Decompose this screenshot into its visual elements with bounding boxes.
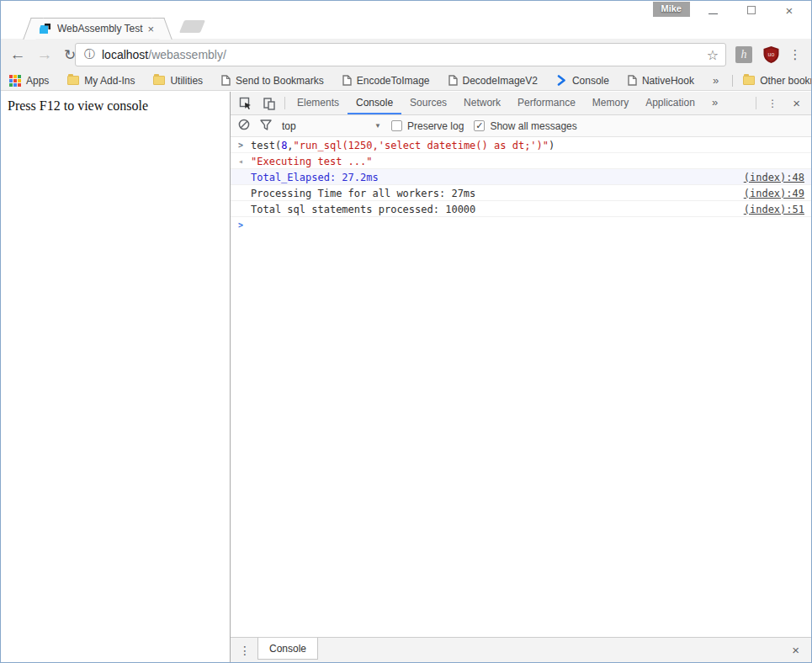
- other-bookmarks-label: Other bookmarks: [760, 75, 812, 87]
- titlebar: Mike ×: [1, 1, 811, 18]
- bookmarks-bar: Apps My Add-Ins Utilities Send to Bookma…: [1, 71, 811, 91]
- bookmark-utilities[interactable]: Utilities: [153, 75, 203, 87]
- console-command: test(8,"run_sql(1250,'select datetime() …: [251, 140, 555, 151]
- bookmark-decodeimagev2[interactable]: DecodeImageV2: [448, 75, 538, 87]
- bookmark-label: Utilities: [170, 75, 203, 87]
- bookmarks-right: » Other bookmarks: [713, 74, 812, 87]
- show-all-messages-checkbox[interactable]: ✓ Show all messages: [474, 120, 576, 132]
- show-all-messages-label: Show all messages: [490, 120, 576, 132]
- profile-badge[interactable]: Mike: [653, 2, 690, 17]
- console-log-row: Total_Elapsed: 27.2ms (index):48: [231, 169, 811, 185]
- drawer-close-icon[interactable]: ×: [787, 643, 804, 657]
- chevron-right-icon: [556, 75, 567, 86]
- page-icon: [221, 75, 231, 86]
- maximize-icon: [747, 6, 756, 14]
- nav-toolbar: ← → ↻ ⓘ localhost/webassembly/ ☆ h uo ⋮: [1, 39, 811, 71]
- filter-icon[interactable]: [260, 119, 272, 133]
- new-tab-button[interactable]: [179, 20, 205, 33]
- url-path: /webassembly/: [148, 48, 226, 61]
- tab-memory[interactable]: Memory: [584, 92, 637, 114]
- tab-console[interactable]: Console: [348, 92, 401, 114]
- apps-label: Apps: [26, 75, 49, 87]
- drawer-tab-console[interactable]: Console: [257, 638, 318, 660]
- url-host: localhost: [102, 48, 148, 61]
- apps-grid-icon: [9, 75, 21, 87]
- log-text: Total sql statements processed: 10000: [251, 204, 475, 215]
- bookmark-label: NativeHook: [642, 75, 694, 87]
- ublock-shield-icon[interactable]: uo: [762, 45, 780, 67]
- bookmark-send-to-bookmarks[interactable]: Send to Bookmarks: [221, 75, 324, 87]
- devtools-close-icon[interactable]: ×: [785, 92, 808, 114]
- tab-application[interactable]: Application: [637, 92, 703, 114]
- console-log-row: Total sql statements processed: 10000 (i…: [231, 201, 811, 217]
- url-text[interactable]: localhost/webassembly/: [102, 48, 226, 61]
- browser-menu-icon[interactable]: ⋮: [786, 39, 804, 71]
- bookmark-label: My Add-Ins: [84, 75, 135, 87]
- tab-close-icon[interactable]: ×: [146, 23, 156, 35]
- tab-sources[interactable]: Sources: [401, 92, 455, 114]
- source-link[interactable]: (index):48: [727, 172, 804, 183]
- checkbox-unchecked[interactable]: [391, 120, 402, 131]
- back-icon[interactable]: ←: [6, 39, 29, 71]
- console-prompt[interactable]: >: [231, 217, 811, 233]
- log-text: Total_Elapsed: 27.2ms: [251, 172, 379, 183]
- page-icon: [628, 75, 637, 86]
- bookmark-label: Send to Bookmarks: [236, 75, 324, 87]
- address-bar[interactable]: ⓘ localhost/webassembly/ ☆: [75, 43, 726, 66]
- toolbar-separator: [756, 97, 756, 109]
- forward-icon: →: [33, 39, 56, 71]
- other-bookmarks[interactable]: Other bookmarks: [743, 75, 812, 87]
- browser-window: Mike × WebAssembly Test × ← → ↻ ⓘ localh…: [0, 0, 812, 663]
- inspect-element-icon[interactable]: [234, 92, 257, 114]
- preserve-log-label: Preserve log: [407, 120, 464, 132]
- log-text: Processing Time for all workers: 27ms: [251, 188, 475, 199]
- bookmark-my-add-ins[interactable]: My Add-Ins: [67, 75, 135, 87]
- bookmark-console[interactable]: Console: [556, 75, 609, 87]
- tab-network[interactable]: Network: [455, 92, 509, 114]
- console-messages[interactable]: > test(8,"run_sql(1250,'select datetime(…: [231, 137, 811, 637]
- tab-title: WebAssembly Test: [57, 23, 146, 34]
- source-link[interactable]: (index):51: [727, 204, 804, 215]
- bookmarks-separator: [732, 75, 733, 87]
- device-toolbar-icon[interactable]: [257, 92, 281, 114]
- devtools-tabbar-right: ⋮ ×: [752, 92, 808, 114]
- browser-tab[interactable]: WebAssembly Test ×: [33, 18, 162, 39]
- devtools-menu-icon[interactable]: ⋮: [760, 92, 785, 114]
- execution-context-select[interactable]: top ▼: [282, 120, 381, 132]
- maximize-button[interactable]: [747, 3, 756, 18]
- window-close-button[interactable]: ×: [786, 4, 793, 17]
- clear-console-icon[interactable]: [238, 119, 250, 133]
- console-toolbar: top ▼ Preserve log ✓ Show all messages: [231, 115, 811, 137]
- bookmark-nativehook[interactable]: NativeHook: [628, 75, 694, 87]
- folder-icon: [153, 76, 165, 85]
- bookmark-label: Console: [572, 75, 609, 87]
- minimize-button[interactable]: [709, 3, 718, 18]
- source-link[interactable]: (index):49: [727, 188, 804, 199]
- bookmarks-overflow-icon[interactable]: »: [713, 74, 719, 87]
- devtools-tabbar: Elements Console Sources Network Perform…: [231, 92, 811, 115]
- bookmark-encodetoimage[interactable]: EncodeToImage: [342, 75, 430, 87]
- page-info-icon[interactable]: ⓘ: [84, 47, 95, 62]
- bookmark-star-icon[interactable]: ☆: [707, 47, 719, 63]
- tab-elements[interactable]: Elements: [289, 92, 348, 114]
- minimize-icon: [709, 13, 718, 14]
- window-controls: ×: [693, 1, 808, 19]
- folder-icon: [743, 76, 755, 85]
- devtools-drawer: ⋮ Console ×: [231, 637, 811, 662]
- preserve-log-checkbox[interactable]: Preserve log: [391, 120, 464, 132]
- more-tabs-icon[interactable]: »: [703, 92, 726, 114]
- prompt-chevron-icon: >: [238, 220, 243, 230]
- result-arrow-icon: ◂: [238, 156, 243, 166]
- favicon-icon: [40, 23, 51, 34]
- checkbox-checked[interactable]: ✓: [474, 120, 485, 131]
- result-value: "Executing test ...": [251, 156, 373, 167]
- page-icon: [448, 75, 458, 86]
- console-log-row: Processing Time for all workers: 27ms (i…: [231, 185, 811, 201]
- check-icon: ✓: [475, 120, 483, 131]
- apps-shortcut[interactable]: Apps: [9, 75, 49, 87]
- bookmark-label: DecodeImageV2: [463, 75, 538, 87]
- svg-text:uo: uo: [768, 51, 775, 57]
- tab-performance[interactable]: Performance: [509, 92, 584, 114]
- drawer-menu-icon[interactable]: ⋮: [237, 644, 257, 657]
- extension-h-icon[interactable]: h: [735, 46, 752, 63]
